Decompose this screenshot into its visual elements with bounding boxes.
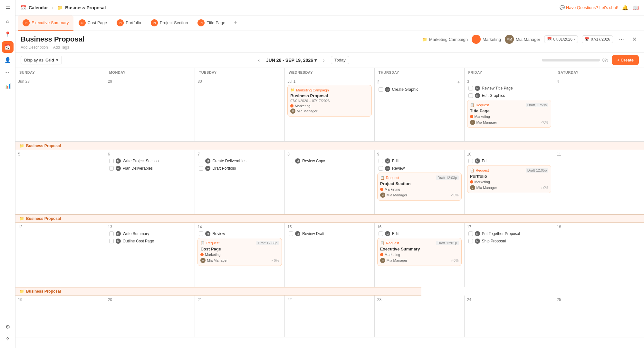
task-draft-portfolio[interactable]: M Draft Portfolio <box>197 165 282 172</box>
task-checkbox[interactable] <box>379 87 383 92</box>
create-button[interactable]: + Create <box>612 55 639 65</box>
date-jul1: Jul 1 <box>287 79 372 84</box>
task-checkbox[interactable] <box>199 159 203 163</box>
task-plan-deliverables[interactable]: M Plan Deliverables <box>108 165 192 172</box>
task-checkbox[interactable] <box>468 231 473 236</box>
close-button[interactable]: ✕ <box>630 35 639 44</box>
manager-sm-avatar: M <box>380 258 385 263</box>
end-date-picker[interactable]: 📅 07/17/2026 <box>582 35 613 43</box>
sidebar-icon-settings[interactable]: ⚙ <box>2 321 14 333</box>
task-create-graphic[interactable]: M Create Graphic <box>377 86 462 93</box>
add-tags-link[interactable]: Add Tags <box>53 45 69 50</box>
folder-section-icon: 📁 <box>19 216 24 221</box>
section-banner-row-1: 📁 Business Proposal <box>15 142 644 150</box>
marketing-meta[interactable]: Marketing <box>472 35 501 44</box>
request-card-cost-page[interactable]: 📋 Request Draft 12:08p Cost Page Marketi… <box>197 238 282 266</box>
task-edit-2[interactable]: M Edit <box>467 158 552 164</box>
task-review-2[interactable]: M Review <box>197 230 282 237</box>
sidebar-icon-bar-chart[interactable]: 📊 <box>2 80 14 91</box>
task-checkbox[interactable] <box>379 159 383 163</box>
request-card-portfolio[interactable]: 📋 Request Draft 12:05p Portfolio Marketi… <box>467 165 552 193</box>
today-button[interactable]: Today <box>331 56 349 64</box>
folder-icon: 📁 <box>57 5 62 10</box>
task-checkbox[interactable] <box>379 231 383 236</box>
sidebar-icon-home[interactable]: ⌂ <box>2 15 14 27</box>
notification-bell-icon[interactable]: 🔔 <box>622 5 629 11</box>
more-options-button[interactable]: ⋯ <box>617 35 626 44</box>
sidebar-icon-pin[interactable]: 📍 <box>2 28 14 40</box>
task-checkbox[interactable] <box>468 239 473 243</box>
task-checkbox[interactable] <box>289 159 293 163</box>
sidebar-icon-menu[interactable]: ☰ <box>2 3 14 14</box>
section-banner-business-proposal-2: 📁 Business Proposal <box>15 214 644 223</box>
task-checkbox[interactable] <box>289 231 293 236</box>
next-date-button[interactable]: › <box>319 56 328 65</box>
date-range-label[interactable]: JUN 28 - SEP 19, 2026 ▾ <box>266 58 317 63</box>
request-card-project-section[interactable]: 📋 Request Draft 12:03p Project Section M… <box>377 173 462 201</box>
task-checkbox[interactable] <box>109 166 114 171</box>
tab-portfolio[interactable]: IN Portfolio <box>112 15 146 31</box>
date-jul8: 8 <box>287 152 372 156</box>
request-card-executive-summary[interactable]: 📋 Request Draft 12:01p Executive Summary… <box>377 238 462 266</box>
task-ship-proposal[interactable]: M Ship Proposal <box>467 238 552 244</box>
task-review-draft[interactable]: M Review Draft <box>287 230 372 237</box>
request-icon: 📋 <box>470 168 475 173</box>
start-date-picker[interactable]: 📅 07/01/2026 › <box>544 35 578 43</box>
topbar-calendar-label[interactable]: Calendar <box>29 5 48 10</box>
task-edit-3[interactable]: M Edit <box>377 230 462 237</box>
task-checkbox[interactable] <box>468 159 473 163</box>
sidebar-icon-person[interactable]: 👤 <box>2 54 14 66</box>
task-checkbox[interactable] <box>379 166 383 171</box>
task-avatar-icon: M <box>205 166 210 171</box>
sidebar-icon-help[interactable]: ? <box>2 334 14 345</box>
date-jul18: 18 <box>557 225 641 229</box>
task-create-deliverables[interactable]: M Create Deliverables <box>197 158 282 164</box>
task-checkbox[interactable] <box>109 231 114 236</box>
request-card-title-page[interactable]: 📋 Request Draft 11:59a Title Page Market… <box>467 100 552 128</box>
app-container: ☰ ⌂ 📍 📅 👤 〰 📊 ⚙ ? 📅 Calendar › 📁 Busines… <box>0 0 644 348</box>
event-card-business-proposal[interactable]: 📁 Marketing Campaign Business Proposal 0… <box>287 85 372 117</box>
tab-add-button[interactable]: + <box>231 18 241 28</box>
task-review-1[interactable]: M Review <box>377 165 462 172</box>
task-review-title-page[interactable]: M Review Title Page <box>467 85 552 91</box>
request-header: 📋 Request Draft 12:03p <box>380 175 459 180</box>
tab-cost-page[interactable]: IN Cost Page <box>74 15 112 31</box>
task-checkbox[interactable] <box>199 231 203 236</box>
task-avatar-icon: M <box>385 158 390 164</box>
tab-project-section[interactable]: IN Project Section <box>146 15 192 31</box>
manager-meta[interactable]: MM Mia Manager <box>505 35 540 44</box>
task-checkbox[interactable] <box>109 159 114 163</box>
add-description-link[interactable]: Add Description <box>21 45 48 50</box>
tab-executive-summary[interactable]: IN Executive Summary <box>18 15 73 31</box>
task-put-together-proposal[interactable]: M Put Together Proposal <box>467 230 552 237</box>
header-friday: FRIDAY <box>465 68 554 77</box>
tab-avatar-cost: IN <box>79 19 86 26</box>
add-task-icon-jul2[interactable]: + <box>456 79 462 85</box>
sidebar-icon-calendar[interactable]: 📅 <box>2 41 14 53</box>
prev-date-button[interactable]: ‹ <box>255 56 264 65</box>
task-checkbox[interactable] <box>468 86 473 90</box>
sidebar-icon-chart[interactable]: 〰 <box>2 67 14 79</box>
display-as-selector[interactable]: Display as Grid ▾ <box>21 56 62 64</box>
book-icon[interactable]: 📖 <box>632 5 639 11</box>
campaign-meta[interactable]: 📁 Marketing Campaign <box>422 37 468 42</box>
task-review-copy[interactable]: M Review Copy <box>287 158 372 164</box>
cell-jul13: 13 M Write Summary M Outline Cost Page <box>105 223 195 287</box>
task-edit-graphics[interactable]: M Edit Graphics <box>467 92 552 99</box>
request-header: 📋 Request Draft 11:59a <box>470 103 549 107</box>
draft-badge: Draft 11:59a <box>526 103 549 107</box>
task-write-project-section[interactable]: M Write Project Section <box>108 158 192 164</box>
task-checkbox[interactable] <box>199 166 203 171</box>
task-write-summary[interactable]: M Write Summary <box>108 230 192 237</box>
task-checkbox[interactable] <box>109 239 114 243</box>
marketing-dot <box>472 35 481 44</box>
task-checkbox[interactable] <box>468 93 473 98</box>
task-edit-1[interactable]: M Edit <box>377 158 462 164</box>
calendar-week-4: 19 20 21 22 23 24 25 <box>15 296 644 337</box>
task-outline-cost-page[interactable]: M Outline Cost Page <box>108 238 192 244</box>
tab-title-page[interactable]: IN Title Page <box>193 15 230 31</box>
request-progress-row: M Mia Manager ✓0% <box>200 258 279 263</box>
task-label: Review Copy <box>302 159 325 163</box>
topbar-project-label[interactable]: Business Proposal <box>65 5 106 10</box>
help-chat-link[interactable]: 💬 Have Questions? Let's chat! <box>560 5 618 10</box>
